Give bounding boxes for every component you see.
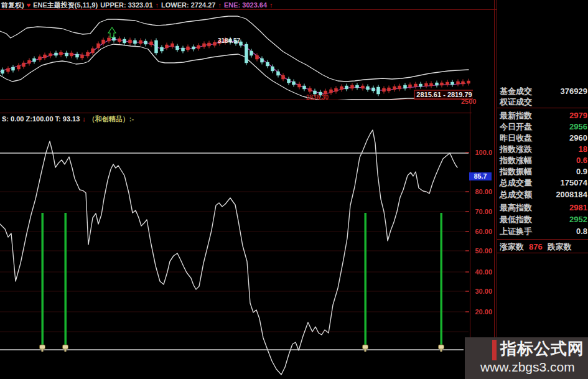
advancers-decliners-row: 涨家数876跌家数 <box>500 242 588 252</box>
candle-up <box>425 83 428 86</box>
quote-row-value: 2960 <box>569 133 587 143</box>
quote-row-value: 2979 <box>569 111 587 121</box>
candle-up <box>129 40 132 43</box>
indicator-info-segment: LOWER: 2724.27 <box>161 1 215 9</box>
candle-up <box>282 75 285 79</box>
signal-bar <box>65 213 67 347</box>
candle-up <box>70 53 73 56</box>
current-value-badge: 85.7 <box>469 172 492 180</box>
quote-row-value: 2952 <box>569 215 587 225</box>
candle-down <box>345 86 348 89</box>
candle-up <box>388 88 391 91</box>
price-label: 3184.57 <box>218 37 241 44</box>
candle-down <box>287 79 291 83</box>
indicator-info-segment: ↑ <box>218 1 222 9</box>
candle-up <box>256 55 259 59</box>
candle-up <box>362 86 365 88</box>
candle-up <box>28 60 31 63</box>
candle-up <box>139 40 142 44</box>
candle-up <box>330 90 333 93</box>
signal-bar <box>42 213 44 347</box>
quote-row: 昨日收盘2960 <box>500 133 587 143</box>
quote-row-label: 最新指数 <box>500 111 532 121</box>
candle-down <box>250 51 253 55</box>
signal-marker-icon <box>40 345 45 349</box>
candle-down <box>76 54 79 57</box>
quote-row-label: 最高指数 <box>500 203 532 213</box>
quote-row: 指数涨幅0.6 <box>500 156 587 166</box>
candle-up <box>81 55 84 58</box>
quote-row: 基金成交376929 <box>500 87 587 96</box>
candle-down <box>12 67 15 70</box>
signal-marker-icon <box>363 345 368 349</box>
quote-row: 最低指数2952 <box>500 215 587 225</box>
candle-down <box>55 53 58 55</box>
index-quote-panel[interactable]: 基金成交376929权证成交最新指数2979今日开盘2956昨日收盘2960指数… <box>497 0 588 337</box>
quote-row-label: 最低指数 <box>500 215 532 225</box>
axis-tick-label: 60.00 <box>475 228 492 235</box>
candlestick-chart[interactable]: 3184.572838.302815.61 - 2819.79 <box>0 9 473 100</box>
axis-tick-label: 30.00 <box>475 288 492 295</box>
candle-up <box>97 44 100 48</box>
axis-tick-label: 50.00 <box>475 247 492 255</box>
quote-row-label: 指数涨幅 <box>500 156 532 166</box>
signal-marker-icon <box>439 345 444 349</box>
candle-up <box>44 55 47 58</box>
candle-down <box>377 87 380 94</box>
candle-up <box>462 82 465 84</box>
quote-row: 最高指数2981 <box>500 203 587 213</box>
advancers-label: 涨家数 <box>500 242 524 252</box>
candle-up <box>118 39 121 42</box>
quote-row-value: 376929 <box>561 87 587 96</box>
quote-row-value: 18 <box>579 144 587 154</box>
quote-row: 权证成交 <box>500 97 587 107</box>
logo-title: 指标公式网 <box>500 338 584 360</box>
candle-down <box>292 82 296 85</box>
logo-url: www.zbgs3.com <box>480 360 575 375</box>
candle-down <box>372 88 375 91</box>
candle-down <box>356 85 359 88</box>
candle-down <box>366 87 370 90</box>
price-label: 2838.30 <box>306 94 329 100</box>
candle-up <box>441 83 444 85</box>
candle-down <box>419 84 422 87</box>
indicator-info-segment: UPPER: 3323.01 <box>100 1 152 9</box>
quote-row-label: 基金成交 <box>500 87 532 96</box>
indicator-info-segment: ↑ <box>269 1 273 9</box>
logo-red-stripe <box>492 340 497 360</box>
candle-down <box>277 72 280 75</box>
signal-marker-icon <box>63 345 68 349</box>
quote-row-label: 今日开盘 <box>500 122 532 132</box>
candle-down <box>113 37 116 40</box>
quote-row-value: 175074 <box>561 178 587 188</box>
candle-up <box>203 44 206 47</box>
quote-row: 今日开盘2956 <box>500 122 587 132</box>
candle-up <box>150 42 153 45</box>
candle-down <box>123 39 126 43</box>
decliners-label: 跌家数 <box>548 242 572 252</box>
quote-row-label: 总成交额 <box>500 190 532 200</box>
quote-row-label: 昨日收盘 <box>500 133 532 143</box>
indicator-info-segment: 前复权) <box>1 1 24 10</box>
indicator-info-segment: ↑ <box>156 1 159 9</box>
buy-signal-icon <box>108 27 116 37</box>
candle-down <box>266 62 269 66</box>
candle-up <box>22 63 26 67</box>
candle-up <box>171 44 174 47</box>
indicator-info-segment: ENE: 3023.64 <box>224 1 267 9</box>
candle-down <box>271 67 274 71</box>
candle-down <box>33 58 36 62</box>
quote-separator-top <box>497 108 588 108</box>
candle-up <box>213 42 217 45</box>
quote-row-value: 2981 <box>569 203 587 213</box>
axis-tick-label: 70.00 <box>475 208 492 215</box>
candle-up <box>108 38 111 41</box>
candle-up <box>335 88 338 91</box>
indicator-info-bar: 前复权)♥ENE主题投资(5,11,9)UPPER: 3323.01↑LOWER… <box>1 1 273 9</box>
axis-tick-label: 40.00 <box>475 268 492 276</box>
candle-up <box>7 68 10 72</box>
oscillator-chart[interactable] <box>0 113 472 379</box>
advancers-count: 876 <box>529 242 543 252</box>
oscillator-axis: 100.080.0070.0060.0050.0040.0030.0020.00… <box>469 0 495 337</box>
candle-down <box>176 46 179 50</box>
